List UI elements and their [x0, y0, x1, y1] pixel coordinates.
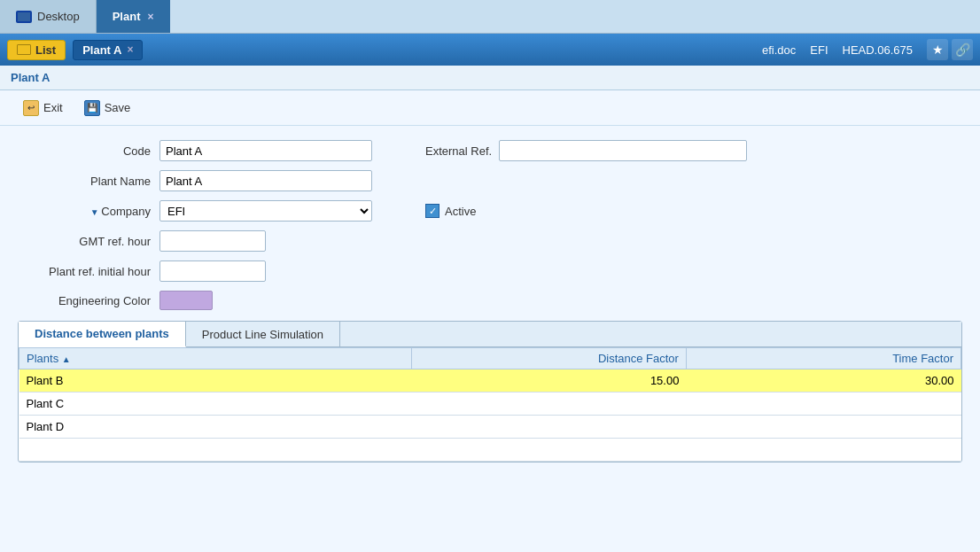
save-icon: 💾: [84, 100, 100, 116]
external-ref-input[interactable]: [499, 140, 747, 161]
tab-product-line-simulation[interactable]: Product Line Simulation: [186, 322, 340, 346]
cell-plant[interactable]: Plant C: [19, 393, 412, 416]
cell-time[interactable]: [686, 416, 961, 439]
save-label: Save: [105, 101, 131, 114]
current-tab[interactable]: Plant A ×: [73, 40, 143, 60]
desktop-tab-label: Desktop: [37, 10, 80, 23]
gmt-row: GMT ref. hour: [18, 230, 962, 252]
nav-right: efi.doc EFI HEAD.06.675 ★ 🔗: [762, 39, 973, 60]
cell-plant[interactable]: Plant D: [19, 416, 412, 439]
gmt-input[interactable]: [159, 230, 266, 252]
table-row[interactable]: [19, 439, 961, 462]
eng-color-label: Engineering Color: [18, 294, 159, 307]
code-label: Code: [18, 144, 159, 158]
exit-icon: ↩: [23, 100, 39, 116]
link-icon[interactable]: 🔗: [952, 39, 973, 60]
star-icon[interactable]: ★: [927, 39, 948, 60]
cell-time[interactable]: 30.00: [686, 369, 961, 393]
table-row[interactable]: Plant D: [19, 416, 961, 439]
company-select[interactable]: EFI: [160, 201, 371, 221]
current-tab-label: Plant A: [82, 43, 121, 57]
gmt-label: GMT ref. hour: [18, 235, 159, 248]
eng-color-row: Engineering Color: [18, 291, 962, 310]
external-ref-section: External Ref.: [425, 140, 747, 161]
efi-label: EFI: [810, 43, 828, 57]
active-section: ✓ Active: [425, 204, 476, 218]
main-content: Code External Ref. Plant Name Company EF…: [0, 126, 980, 552]
cell-distance[interactable]: 15.00: [411, 369, 686, 393]
plant-name-label: Plant Name: [18, 175, 159, 188]
nav-icons: ★ 🔗: [927, 39, 973, 60]
tab-distance-between-plants[interactable]: Distance between plants: [19, 322, 186, 347]
company-label: Company: [18, 205, 159, 218]
cell-distance[interactable]: [411, 393, 686, 416]
current-tab-close[interactable]: ×: [127, 43, 133, 56]
list-label: List: [35, 43, 56, 57]
nav-bar: List Plant A × efi.doc EFI HEAD.06.675 ★…: [0, 34, 980, 66]
toolbar: ↩ Exit 💾 Save: [0, 90, 980, 126]
external-ref-label: External Ref.: [425, 144, 492, 158]
company-row: Company EFI ✓ Active: [18, 200, 962, 222]
plant-tab-label: Plant: [113, 10, 141, 23]
title-bar: Desktop Plant ×: [0, 0, 980, 34]
code-row: Code External Ref.: [18, 140, 962, 161]
tabs-header: Distance between plants Product Line Sim…: [19, 322, 961, 347]
plant-tab-close[interactable]: ×: [148, 11, 154, 23]
monitor-icon: [16, 11, 32, 23]
engineering-color-swatch[interactable]: [159, 291, 213, 310]
plant-ref-input[interactable]: [159, 260, 266, 282]
cell-distance[interactable]: [411, 439, 686, 462]
company-select-wrap[interactable]: EFI: [159, 200, 372, 222]
col-header-plants[interactable]: Plants: [19, 348, 412, 369]
table-row[interactable]: Plant C: [19, 393, 961, 416]
code-input[interactable]: [159, 140, 372, 161]
cell-time[interactable]: [686, 439, 961, 462]
exit-button[interactable]: ↩ Exit: [14, 97, 72, 120]
efi-doc-label: efi.doc: [762, 43, 796, 57]
plant-ref-row: Plant ref. initial hour: [18, 260, 962, 282]
active-label: Active: [445, 205, 476, 218]
tabs-container: Distance between plants Product Line Sim…: [18, 321, 962, 463]
cell-plant[interactable]: Plant B: [19, 369, 412, 393]
table-row[interactable]: Plant B15.0030.00: [19, 369, 961, 393]
active-checkbox[interactable]: ✓: [425, 204, 439, 218]
active-checkbox-wrap[interactable]: ✓ Active: [425, 204, 476, 218]
breadcrumb-bar: Plant A: [0, 66, 980, 90]
table-body-wrap: Plants Distance Factor Time Factor Plant…: [19, 347, 961, 462]
save-button[interactable]: 💾 Save: [75, 97, 140, 120]
folder-icon: [17, 44, 31, 55]
exit-label: Exit: [43, 101, 63, 114]
plant-name-row: Plant Name: [18, 170, 962, 191]
cell-plant[interactable]: [19, 439, 412, 462]
plant-ref-label: Plant ref. initial hour: [18, 265, 159, 278]
plant-tab[interactable]: Plant ×: [97, 0, 170, 33]
col-header-distance[interactable]: Distance Factor: [411, 348, 686, 369]
desktop-tab[interactable]: Desktop: [0, 0, 97, 33]
breadcrumb: Plant A: [11, 71, 50, 84]
col-header-time[interactable]: Time Factor: [686, 348, 961, 369]
plant-name-input[interactable]: [159, 170, 372, 191]
version-label: HEAD.06.675: [843, 43, 914, 57]
cell-distance[interactable]: [411, 416, 686, 439]
cell-time[interactable]: [686, 393, 961, 416]
plants-table: Plants Distance Factor Time Factor Plant…: [19, 347, 961, 462]
list-button[interactable]: List: [7, 40, 66, 60]
